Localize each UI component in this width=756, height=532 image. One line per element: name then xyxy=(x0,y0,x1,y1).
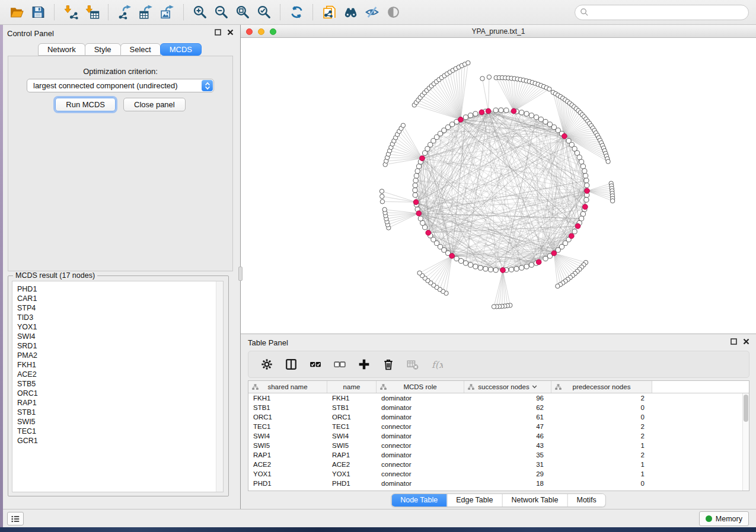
graph-node[interactable] xyxy=(463,261,468,265)
mcds-result-item[interactable]: TID3 xyxy=(17,313,223,322)
table-row[interactable]: ACE2ACE2connector311 xyxy=(248,460,749,469)
refresh-button[interactable] xyxy=(286,3,307,22)
mcds-result-item[interactable]: FKH1 xyxy=(17,360,223,370)
export-image-button[interactable] xyxy=(157,3,178,22)
mcds-result-item[interactable]: ACE2 xyxy=(17,370,223,379)
graph-node[interactable] xyxy=(473,111,478,116)
network-graph[interactable] xyxy=(241,38,756,334)
import-network-button[interactable] xyxy=(60,3,81,22)
graph-node-mcds[interactable] xyxy=(416,211,422,216)
graph-node[interactable] xyxy=(478,265,483,270)
graph-node-mcds[interactable] xyxy=(569,233,574,239)
graph-node[interactable] xyxy=(493,108,498,113)
mcds-result-item[interactable]: CAR1 xyxy=(17,294,223,303)
table-row[interactable]: RAP1RAP1dominator352 xyxy=(248,450,749,460)
save-button[interactable] xyxy=(27,3,49,22)
graph-node[interactable] xyxy=(413,188,417,193)
graph-node-mcds[interactable] xyxy=(449,254,455,259)
graph-node[interactable] xyxy=(584,197,589,202)
tab-select[interactable]: Select xyxy=(120,43,161,56)
graph-node[interactable] xyxy=(417,271,422,275)
graph-node[interactable] xyxy=(577,155,582,160)
graph-node[interactable] xyxy=(543,119,548,124)
mcds-result-item[interactable]: ORC1 xyxy=(17,389,223,398)
mcds-result-item[interactable]: SWI4 xyxy=(17,332,223,341)
graph-node[interactable] xyxy=(414,174,419,178)
graph-node[interactable] xyxy=(519,110,524,115)
graph-node[interactable] xyxy=(529,262,534,267)
graph-node[interactable] xyxy=(463,115,468,120)
export-table-button[interactable] xyxy=(135,3,157,22)
graph-node-mcds[interactable] xyxy=(511,108,516,114)
graph-node[interactable] xyxy=(454,256,459,261)
graph-node[interactable] xyxy=(379,189,384,193)
table-scrollbar[interactable] xyxy=(742,393,749,491)
graph-node[interactable] xyxy=(534,115,538,120)
graph-node[interactable] xyxy=(420,220,425,225)
table-row[interactable]: FKH1FKH1dominator962 xyxy=(248,393,749,403)
network-window-titlebar[interactable]: YPA_prune.txt_1 xyxy=(241,25,756,38)
open-button[interactable] xyxy=(6,3,27,22)
table-row[interactable]: ORC1ORC1dominator610 xyxy=(248,412,749,422)
graph-node[interactable] xyxy=(584,178,589,183)
add-button[interactable] xyxy=(357,357,371,371)
mcds-result-item[interactable]: STP4 xyxy=(17,303,223,313)
column-header-shared-name[interactable]: shared name xyxy=(248,381,327,393)
graph-node[interactable] xyxy=(580,211,585,216)
memory-button[interactable]: Memory xyxy=(699,511,749,526)
float-table-panel-button[interactable] xyxy=(730,338,738,345)
graph-node[interactable] xyxy=(499,108,503,113)
mcds-result-item[interactable]: STB5 xyxy=(17,379,223,389)
graph-node[interactable] xyxy=(488,267,493,272)
graph-node-mcds[interactable] xyxy=(551,251,557,256)
graph-node[interactable] xyxy=(468,262,473,267)
graph-node[interactable] xyxy=(380,194,384,198)
graph-node[interactable] xyxy=(504,108,509,113)
graph-node[interactable] xyxy=(524,111,529,116)
graph-node[interactable] xyxy=(580,164,585,169)
gear-button[interactable] xyxy=(260,357,274,371)
graph-node[interactable] xyxy=(450,122,455,127)
mcds-result-item[interactable]: TEC1 xyxy=(17,427,223,436)
delete-table-button[interactable] xyxy=(406,357,420,371)
graph-node[interactable] xyxy=(556,284,560,288)
graph-node[interactable] xyxy=(413,193,417,197)
zoom-selected-button[interactable] xyxy=(253,3,275,22)
optimization-criterion-select[interactable]: largest connected component (undirected) xyxy=(27,79,214,92)
graph-node[interactable] xyxy=(480,76,484,81)
graph-node[interactable] xyxy=(413,183,417,188)
splitter-handle[interactable] xyxy=(238,267,243,281)
mcds-result-item[interactable]: PMA2 xyxy=(17,351,223,360)
tab-edge-table[interactable]: Edge Table xyxy=(446,494,502,507)
column-header-MCDS-role[interactable]: MCDS role xyxy=(377,381,464,393)
close-panel-button[interactable] xyxy=(227,28,234,36)
graph-node-mcds[interactable] xyxy=(536,259,541,265)
graph-node[interactable] xyxy=(519,265,524,270)
graph-node[interactable] xyxy=(583,174,588,178)
mcds-list-scrollbar[interactable] xyxy=(216,281,223,492)
table-row[interactable]: SWI4SWI4dominator462 xyxy=(248,431,749,441)
tab-network[interactable]: Network xyxy=(38,43,85,56)
table-scrollbar-thumb[interactable] xyxy=(744,395,748,422)
tab-node-table[interactable]: Node Table xyxy=(391,494,446,507)
graph-node[interactable] xyxy=(417,164,422,169)
graph-node[interactable] xyxy=(401,123,405,127)
tab-mcds[interactable]: MCDS xyxy=(160,43,202,56)
columns-button[interactable] xyxy=(284,357,298,371)
mcds-result-list[interactable]: PHD1CAR1STP4TID3YOX1SWI4SRD1PMA2FKH1ACE2… xyxy=(12,281,224,492)
graph-node[interactable] xyxy=(459,258,464,263)
deselect-all-button[interactable] xyxy=(333,357,347,371)
graph-node[interactable] xyxy=(585,183,589,188)
graph-node[interactable] xyxy=(466,60,470,65)
graph-node[interactable] xyxy=(483,267,488,271)
search-network-button[interactable] xyxy=(340,3,361,22)
run-mcds-button[interactable]: Run MCDS xyxy=(55,98,116,111)
column-header-successor-nodes[interactable]: successor nodes xyxy=(464,381,551,393)
graph-node-mcds[interactable] xyxy=(500,268,506,273)
graph-node[interactable] xyxy=(538,117,543,121)
zoom-in-button[interactable] xyxy=(189,3,210,22)
column-header-predecessor-nodes[interactable]: predecessor nodes xyxy=(551,381,652,393)
graph-node[interactable] xyxy=(514,267,519,271)
table-row[interactable]: TEC1TEC1connector472 xyxy=(248,422,749,431)
close-mcds-panel-button[interactable]: Close panel xyxy=(123,98,186,111)
